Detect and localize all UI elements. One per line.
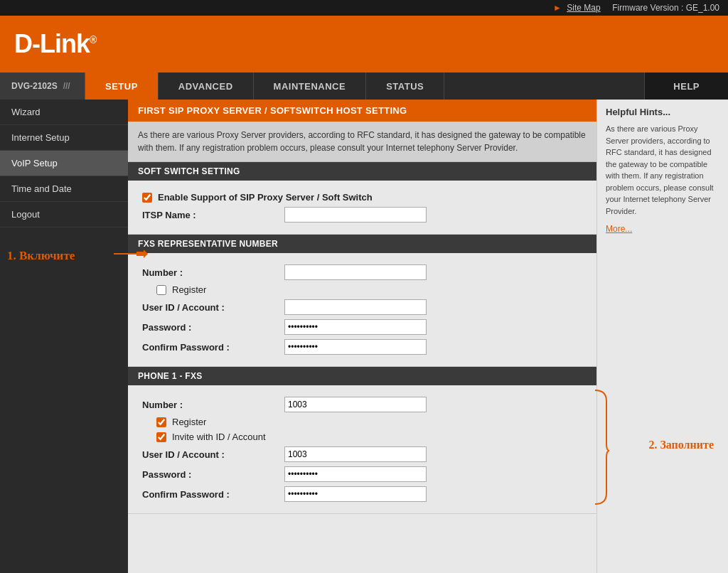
header: D-Link® (0, 16, 728, 73)
top-bar: ► Site Map Firmware Version : GE_1.00 (0, 0, 728, 16)
rep-register-row: Register (142, 284, 582, 295)
rep-password-row: Password : (142, 319, 582, 335)
soft-switch-header: SOFT SWITCH SETTING (128, 162, 596, 181)
phone1-number-label: Number : (142, 400, 284, 410)
help-panel: Helpful Hints... As there are various Pr… (596, 100, 728, 573)
tab-advanced[interactable]: ADVANCED (159, 73, 254, 100)
rep-userid-input[interactable] (284, 299, 427, 315)
help-title: Helpful Hints... (606, 107, 719, 117)
phone1-confirm-password-row: Confirm Password : (142, 486, 582, 502)
rep-confirm-password-row: Confirm Password : (142, 339, 582, 355)
phone1-password-input[interactable] (284, 466, 427, 482)
help-more-link[interactable]: More... (606, 224, 719, 234)
tab-maintenance[interactable]: MAINTENANCE (254, 73, 367, 100)
help-text: As there are various Proxy Server provid… (606, 123, 719, 217)
phone1-invite-checkbox[interactable] (156, 432, 166, 442)
rep-register-checkbox[interactable] (156, 285, 166, 295)
rep-confirm-password-input[interactable] (284, 339, 427, 355)
soft-switch-content: Enable Support of SIP Proxy Server / Sof… (128, 181, 596, 235)
phone1-invite-label: Invite with ID / Account (172, 432, 266, 442)
main-content: FIRST SIP PROXY SERVER / SOFTSWITCH HOST… (128, 100, 596, 573)
rep-number-input[interactable] (284, 264, 427, 280)
rep-password-input[interactable] (284, 319, 427, 335)
enable-sip-label: Enable Support of SIP Proxy Server / Sof… (158, 192, 373, 203)
annotation-step1: 1. Включите (7, 249, 121, 263)
tab-status[interactable]: STATUS (366, 73, 444, 100)
itsp-name-row: ITSP Name : (142, 207, 582, 223)
rep-number-label: Number : (142, 267, 284, 278)
phone1-password-row: Password : (142, 466, 582, 482)
main-layout: Wizard Internet Setup VoIP Setup Time an… (0, 100, 728, 573)
phone1-register-label: Register (172, 417, 206, 427)
itsp-name-input[interactable] (284, 207, 427, 223)
phone1-password-label: Password : (142, 469, 284, 480)
main-description: As there are various Proxy Server provid… (128, 122, 596, 162)
svg-marker-0 (136, 250, 148, 258)
site-map-link[interactable]: Site Map (567, 3, 600, 13)
phone1-content: Number : Register Invite with ID / Accou… (128, 385, 596, 514)
rep-register-label: Register (172, 284, 206, 295)
phone1-userid-label: User ID / Account : (142, 449, 284, 460)
phone1-confirm-password-input[interactable] (284, 486, 427, 502)
sidebar-item-time-date[interactable]: Time and Date (0, 176, 128, 202)
enable-sip-row: Enable Support of SIP Proxy Server / Sof… (142, 192, 582, 203)
sidebar-item-logout[interactable]: Logout (0, 202, 128, 227)
annotation-step2: 2. Заполните (648, 439, 714, 451)
phone1-userid-row: User ID / Account : (142, 446, 582, 462)
dlink-logo: D-Link® (14, 29, 96, 59)
sidebar-item-voip-setup[interactable]: VoIP Setup (0, 151, 128, 176)
curly-brace-icon (592, 387, 609, 508)
phone1-header: PHONE 1 - FXS (128, 367, 596, 385)
nav-tabs: DVG-2102S SETUP ADVANCED MAINTENANCE STA… (0, 73, 728, 100)
sidebar-item-wizard[interactable]: Wizard (0, 100, 128, 125)
device-label: DVG-2102S (0, 73, 85, 100)
phone1-invite-row: Invite with ID / Account (142, 432, 582, 442)
fxs-rep-header: FXS REPRESENTATIVE NUMBER (128, 235, 596, 253)
rep-number-row: Number : (142, 264, 582, 280)
fxs-rep-content: Number : Register User ID / Account : Pa… (128, 253, 596, 367)
rep-confirm-password-label: Confirm Password : (142, 342, 284, 353)
phone1-userid-input[interactable] (284, 446, 427, 462)
sidebar-item-internet-setup[interactable]: Internet Setup (0, 125, 128, 151)
phone1-register-checkbox[interactable] (156, 417, 166, 427)
phone1-number-row: Number : (142, 397, 582, 412)
rep-userid-row: User ID / Account : (142, 299, 582, 315)
main-section-title: FIRST SIP PROXY SERVER / SOFTSWITCH HOST… (128, 100, 596, 122)
firmware-version: Firmware Version : GE_1.00 (612, 3, 719, 13)
phone1-register-row: Register (142, 417, 582, 427)
enable-sip-checkbox[interactable] (142, 193, 152, 203)
tab-help[interactable]: HELP (644, 73, 728, 100)
tab-setup[interactable]: SETUP (85, 73, 159, 100)
rep-password-label: Password : (142, 322, 284, 333)
arrow-icon (136, 248, 148, 259)
rep-userid-label: User ID / Account : (142, 302, 284, 313)
sidebar: Wizard Internet Setup VoIP Setup Time an… (0, 100, 128, 573)
phone1-confirm-password-label: Confirm Password : (142, 489, 284, 500)
phone1-number-input[interactable] (284, 397, 427, 412)
itsp-name-label: ITSP Name : (142, 210, 284, 220)
